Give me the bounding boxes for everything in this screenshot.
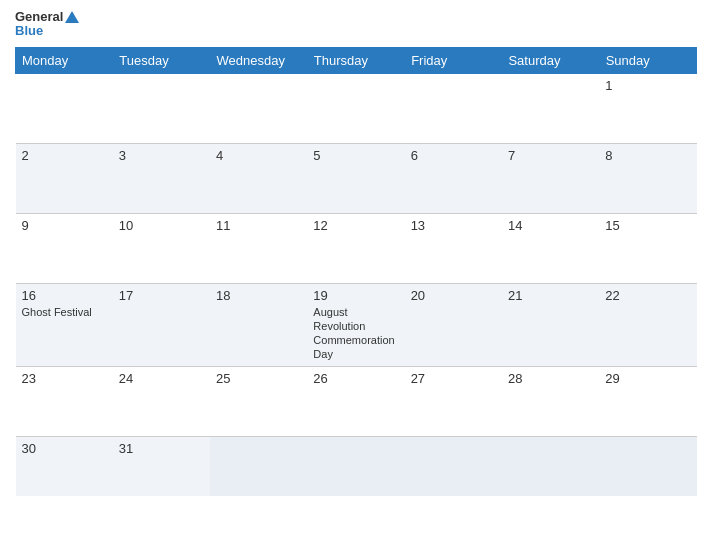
weekday-header-row: Monday Tuesday Wednesday Thursday Friday…: [16, 47, 697, 73]
calendar-cell: 29: [599, 366, 696, 436]
day-number: 15: [605, 218, 690, 233]
calendar-cell: [307, 73, 404, 143]
calendar-cell: 3: [113, 143, 210, 213]
header-sunday: Sunday: [599, 47, 696, 73]
day-number: 12: [313, 218, 398, 233]
day-number: 2: [22, 148, 107, 163]
calendar-cell: [16, 73, 113, 143]
calendar-cell: 6: [405, 143, 502, 213]
day-number: 22: [605, 288, 690, 303]
calendar-cell: 15: [599, 213, 696, 283]
calendar-week-row: 9101112131415: [16, 213, 697, 283]
logo-general-text: General: [15, 10, 79, 24]
header-saturday: Saturday: [502, 47, 599, 73]
day-number: 14: [508, 218, 593, 233]
day-number: 29: [605, 371, 690, 386]
event-label: Ghost Festival: [22, 306, 92, 318]
calendar-cell: 30: [16, 436, 113, 496]
calendar-table: Monday Tuesday Wednesday Thursday Friday…: [15, 47, 697, 497]
event-label: August Revolution Commemoration Day: [313, 306, 394, 361]
calendar-cell: 20: [405, 283, 502, 366]
calendar-cell: 21: [502, 283, 599, 366]
day-number: 20: [411, 288, 496, 303]
calendar-cell: [113, 73, 210, 143]
day-number: 3: [119, 148, 204, 163]
calendar-cell: 11: [210, 213, 307, 283]
calendar-cell: 26: [307, 366, 404, 436]
calendar-cell: 28: [502, 366, 599, 436]
calendar-cell: 24: [113, 366, 210, 436]
calendar-cell: [502, 436, 599, 496]
logo: General Blue: [15, 10, 79, 39]
calendar-cell: [405, 73, 502, 143]
day-number: 5: [313, 148, 398, 163]
calendar-cell: 18: [210, 283, 307, 366]
calendar-cell: 27: [405, 366, 502, 436]
day-number: 16: [22, 288, 107, 303]
day-number: 30: [22, 441, 107, 456]
calendar-cell: 5: [307, 143, 404, 213]
day-number: 7: [508, 148, 593, 163]
calendar-header: General Blue: [15, 10, 697, 39]
calendar-cell: 23: [16, 366, 113, 436]
calendar-cell: 4: [210, 143, 307, 213]
header-wednesday: Wednesday: [210, 47, 307, 73]
logo-blue-text: Blue: [15, 24, 43, 38]
day-number: 28: [508, 371, 593, 386]
day-number: 31: [119, 441, 204, 456]
day-number: 1: [605, 78, 690, 93]
calendar-cell: 13: [405, 213, 502, 283]
calendar-cell: 16Ghost Festival: [16, 283, 113, 366]
calendar-cell: [210, 73, 307, 143]
day-number: 17: [119, 288, 204, 303]
header-friday: Friday: [405, 47, 502, 73]
day-number: 6: [411, 148, 496, 163]
day-number: 11: [216, 218, 301, 233]
day-number: 10: [119, 218, 204, 233]
calendar-cell: 25: [210, 366, 307, 436]
calendar-cell: 9: [16, 213, 113, 283]
calendar-cell: 14: [502, 213, 599, 283]
calendar-cell: 10: [113, 213, 210, 283]
day-number: 4: [216, 148, 301, 163]
day-number: 19: [313, 288, 398, 303]
calendar-cell: [502, 73, 599, 143]
day-number: 23: [22, 371, 107, 386]
calendar-week-row: 23242526272829: [16, 366, 697, 436]
day-number: 18: [216, 288, 301, 303]
calendar-cell: [405, 436, 502, 496]
calendar-week-row: 16Ghost Festival171819August Revolution …: [16, 283, 697, 366]
calendar-cell: 17: [113, 283, 210, 366]
calendar-cell: [210, 436, 307, 496]
calendar-cell: 2: [16, 143, 113, 213]
day-number: 24: [119, 371, 204, 386]
calendar-cell: 12: [307, 213, 404, 283]
calendar-week-row: 1: [16, 73, 697, 143]
calendar-wrapper: General Blue Monday Tuesday Wednesday Th…: [0, 0, 712, 550]
day-number: 8: [605, 148, 690, 163]
day-number: 25: [216, 371, 301, 386]
calendar-cell: 22: [599, 283, 696, 366]
calendar-cell: 7: [502, 143, 599, 213]
calendar-cell: 8: [599, 143, 696, 213]
header-thursday: Thursday: [307, 47, 404, 73]
calendar-week-row: 2345678: [16, 143, 697, 213]
calendar-cell: 1: [599, 73, 696, 143]
day-number: 13: [411, 218, 496, 233]
calendar-cell: [599, 436, 696, 496]
day-number: 27: [411, 371, 496, 386]
calendar-cell: [307, 436, 404, 496]
calendar-cell: 31: [113, 436, 210, 496]
calendar-cell: 19August Revolution Commemoration Day: [307, 283, 404, 366]
calendar-week-row: 3031: [16, 436, 697, 496]
day-number: 9: [22, 218, 107, 233]
header-tuesday: Tuesday: [113, 47, 210, 73]
day-number: 26: [313, 371, 398, 386]
day-number: 21: [508, 288, 593, 303]
header-monday: Monday: [16, 47, 113, 73]
logo-triangle-icon: [65, 11, 79, 23]
